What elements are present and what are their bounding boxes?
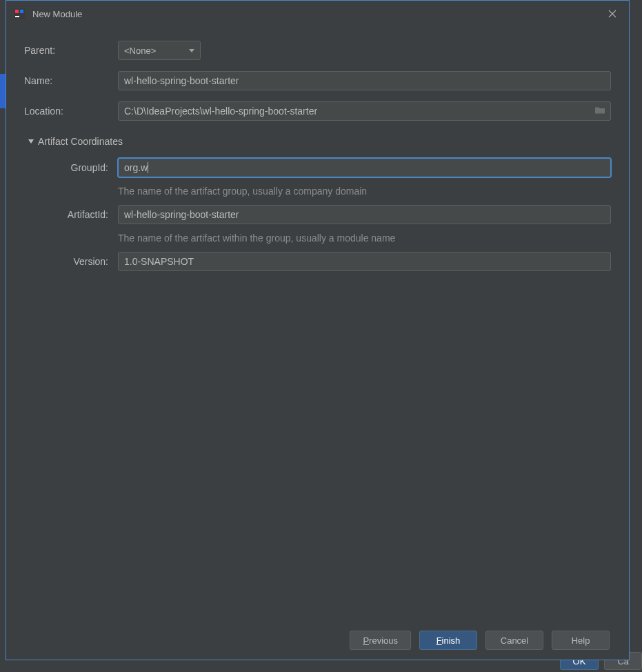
parent-select[interactable]: <None> <box>118 41 201 60</box>
version-input[interactable] <box>118 252 611 271</box>
location-input[interactable] <box>118 101 611 121</box>
svg-rect-1 <box>15 10 19 13</box>
titlebar: New Module <box>6 1 629 27</box>
button-bar: Previous Finish Cancel Help <box>6 621 629 660</box>
version-row: Version: <box>45 252 611 271</box>
previous-button[interactable]: Previous <box>350 631 411 650</box>
artifactid-row: ArtifactId: <box>45 205 611 224</box>
dialog-content: Parent: <None> Name: Location: Artifact … <box>6 27 629 621</box>
help-button[interactable]: Help <box>552 631 610 650</box>
artifact-coordinates-label: Artifact Coordinates <box>38 136 123 147</box>
svg-rect-3 <box>15 16 19 17</box>
chevron-down-icon <box>189 49 194 52</box>
new-module-dialog: New Module Parent: <None> Name: Location… <box>6 0 630 660</box>
groupid-value: org.w <box>124 162 148 173</box>
background-selection-strip <box>0 74 6 108</box>
intellij-icon <box>13 8 26 20</box>
parent-row: Parent: <None> <box>24 41 611 60</box>
artifact-coordinates-header[interactable]: Artifact Coordinates <box>28 136 611 147</box>
artifactid-hint: The name of the artifact within the grou… <box>118 233 611 244</box>
location-label: Location: <box>24 106 118 117</box>
cancel-button[interactable]: Cancel <box>485 631 543 650</box>
text-caret <box>148 162 148 173</box>
groupid-input[interactable]: org.w <box>118 158 611 177</box>
window-title: New Module <box>32 9 603 19</box>
parent-select-value: <None> <box>124 46 156 56</box>
expand-triangle-icon <box>28 139 34 144</box>
close-button[interactable] <box>603 4 622 23</box>
name-input[interactable] <box>118 71 611 90</box>
groupid-row: GroupId: org.w <box>45 158 611 177</box>
groupid-hint: The name of the artifact group, usually … <box>118 186 611 197</box>
location-row: Location: <box>24 101 611 121</box>
name-label: Name: <box>24 75 118 86</box>
groupid-label: GroupId: <box>45 162 118 173</box>
svg-rect-2 <box>20 10 23 13</box>
finish-button[interactable]: Finish <box>419 631 477 650</box>
browse-folder-icon[interactable] <box>594 106 605 117</box>
artifactid-input[interactable] <box>118 205 611 224</box>
version-label: Version: <box>45 256 118 267</box>
artifact-coordinates-section: GroupId: org.w The name of the artifact … <box>24 158 611 271</box>
name-row: Name: <box>24 71 611 90</box>
parent-label: Parent: <box>24 45 118 56</box>
artifactid-label: ArtifactId: <box>45 209 118 220</box>
